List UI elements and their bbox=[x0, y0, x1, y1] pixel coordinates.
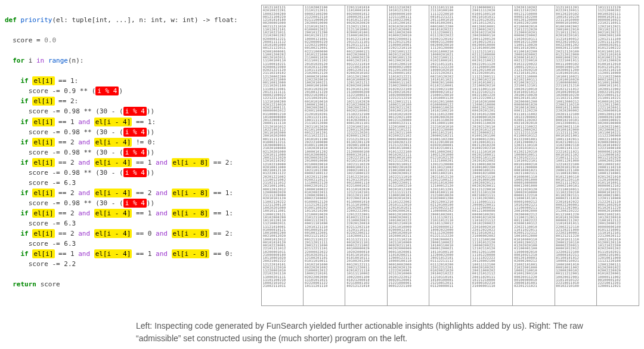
matrix-col: 10111112120 11212000202 00100202111 0000… bbox=[597, 5, 639, 305]
body-line: score -= 0.98 ** (30 - (i % 4)) bbox=[5, 106, 255, 116]
fn-sig: (el: tuple[int, ...], n: int, w: int) ->… bbox=[52, 16, 237, 24]
matrix-col: 22011101010 11010001010 00200001012 1000… bbox=[345, 5, 387, 305]
var-i: i bbox=[29, 57, 33, 64]
kw-in: in bbox=[36, 57, 44, 64]
if-line: if el[i] == 2 and el[i - 4] == 0 and el[… bbox=[5, 228, 255, 239]
matrix-col: 12111011110 21110100100 11112220010 0010… bbox=[429, 5, 471, 305]
fn-name: priority bbox=[21, 16, 52, 24]
if-line: if el[i] == 2 and el[i - 4] != 0: bbox=[5, 137, 255, 147]
body-line: score -= 2.2 bbox=[5, 259, 255, 269]
matrix-col: 21100000011 20011112020 01001100110 0021… bbox=[471, 5, 513, 305]
if-line: if el[i] == 2: bbox=[5, 96, 255, 106]
return-val: score bbox=[41, 280, 60, 288]
body-line: score -= 0.98 ** (30 - (i % 4)) bbox=[5, 168, 255, 178]
if-line: if el[i] == 2 and el[i - 4] == 1 and el[… bbox=[5, 157, 255, 168]
init-val: 0.0 bbox=[44, 36, 56, 44]
if-line: if el[i] == 1 and el[i - 4] == 1 and el[… bbox=[5, 249, 255, 259]
matrix-col: 11211011201 02220120011 00120220102 1001… bbox=[555, 5, 597, 305]
range-arg: (n): bbox=[68, 57, 84, 64]
matrix-col: 11102002100 21101212011 00002100200 2122… bbox=[304, 5, 345, 305]
matrix-col: 10121102121 02010022201 10002200200 0012… bbox=[262, 5, 304, 305]
figure-caption: Left: Inspecting code generated by FunSe… bbox=[136, 320, 603, 344]
body-line: score -= 0.98 ** (30 - (i % 4)) bbox=[5, 198, 255, 208]
if-line: if el[i] == 1: bbox=[5, 76, 255, 86]
kw-for: for bbox=[13, 57, 24, 64]
kw-return: return bbox=[13, 280, 36, 288]
if-line: if el[i] == 2 and el[i - 4] == 1 and el[… bbox=[5, 208, 255, 218]
if-line: if el[i] == 1 and el[i - 4] == 1: bbox=[5, 117, 255, 127]
range: range bbox=[48, 57, 68, 64]
body-line: score -= 0.98 ** (30 - (i % 4)) bbox=[5, 127, 255, 137]
body-line: score -= 0.98 ** (30 - (i % 4)) bbox=[5, 147, 255, 157]
matrix-col: 12020110202 00112102202 00121210000 0000… bbox=[513, 5, 555, 305]
op-eq: = bbox=[32, 36, 44, 44]
kw-def: def bbox=[5, 16, 17, 24]
body-line: score -= 6.3 bbox=[5, 178, 255, 188]
init-lhs: score bbox=[13, 36, 32, 44]
body-line: score -= 0.9 ** (i % 4) bbox=[5, 86, 255, 96]
if-line: if el[i] == 2 and el[i - 4] == 2 and el[… bbox=[5, 188, 255, 198]
body-line: score -= 6.3 bbox=[5, 218, 255, 228]
matrix-col: 10111210202 10101212012 10000000100 1221… bbox=[388, 5, 429, 305]
admissible-set-matrix: 10121102121 02010022201 10002200200 0012… bbox=[261, 5, 639, 306]
body-line: score -= 6.3 bbox=[5, 239, 255, 249]
code-panel: def priority(el: tuple[int, ...], n: int… bbox=[5, 5, 255, 315]
